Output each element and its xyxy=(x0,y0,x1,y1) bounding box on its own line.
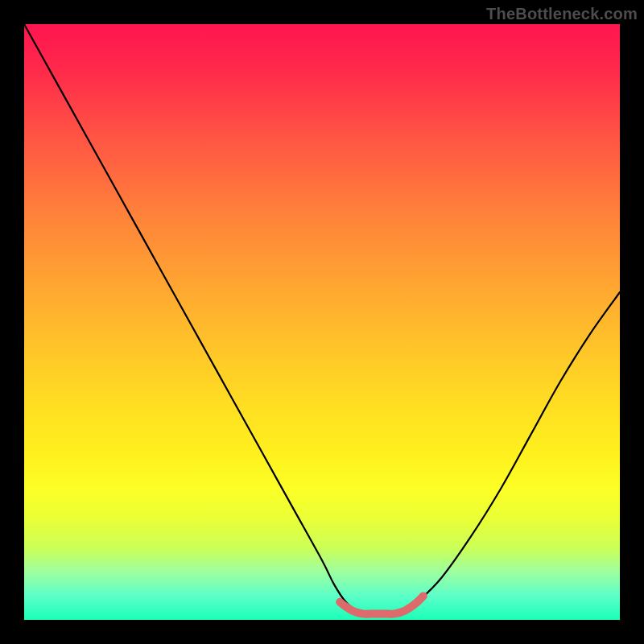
bottom-highlight xyxy=(340,596,423,613)
plot-area xyxy=(24,24,620,620)
chart-svg xyxy=(24,24,620,620)
chart-container: TheBottleneck.com xyxy=(0,0,644,644)
bottleneck-curve xyxy=(24,24,620,614)
watermark: TheBottleneck.com xyxy=(486,5,638,23)
